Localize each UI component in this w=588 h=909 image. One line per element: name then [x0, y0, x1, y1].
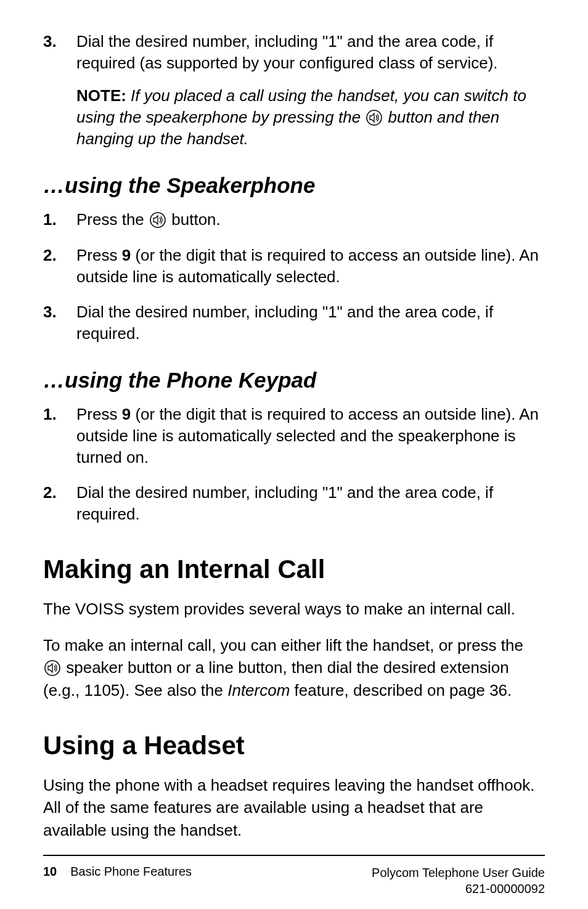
page-content: 3. Dial the desired number, including "1…	[43, 31, 545, 855]
list-number: 3.	[43, 301, 76, 344]
text-c: feature, described on page 36.	[290, 681, 512, 699]
italic-feature: Intercom	[227, 681, 290, 699]
list-number: 1.	[43, 209, 76, 230]
text-a: Press	[76, 405, 122, 423]
text-after: button.	[167, 210, 221, 229]
bold-digit: 9	[122, 246, 131, 264]
text-before: Press the	[76, 210, 149, 229]
internal-paragraph-2: To make an internal call, you can either…	[43, 634, 545, 701]
list-body: Dial the desired number, including "1" a…	[76, 301, 545, 344]
keypad-step-2: 2. Dial the desired number, including "1…	[43, 482, 545, 525]
step-text: Dial the desired number, including "1" a…	[76, 31, 545, 74]
speakerphone-step-1: 1. Press the button.	[43, 209, 545, 230]
note-block: NOTE: If you placed a call using the han…	[76, 85, 545, 150]
step-3: 3. Dial the desired number, including "1…	[43, 31, 545, 150]
speakerphone-step-3: 3. Dial the desired number, including "1…	[43, 301, 545, 344]
speaker-icon	[366, 110, 382, 126]
list-body: Dial the desired number, including "1" a…	[76, 482, 545, 525]
keypad-step-1: 1. Press 9 (or the digit that is require…	[43, 404, 545, 468]
list-number: 1.	[43, 404, 76, 468]
list-body: Press 9 (or the digit that is required t…	[76, 245, 545, 288]
footer-doc-number: 621-00000092	[372, 881, 545, 897]
heading-keypad: …using the Phone Keypad	[43, 368, 545, 393]
list-number: 3.	[43, 31, 76, 150]
heading-internal-call: Making an Internal Call	[43, 555, 545, 584]
note-label: NOTE:	[76, 86, 126, 105]
internal-paragraph-1: The VOISS system provides several ways t…	[43, 598, 545, 620]
text-a: Press	[76, 246, 122, 264]
page-number: 10	[43, 865, 57, 897]
list-body: Press the button.	[76, 209, 545, 230]
footer-section: Basic Phone Features	[70, 865, 192, 897]
list-number: 2.	[43, 482, 76, 525]
text-a: To make an internal call, you can either…	[43, 636, 523, 654]
text-b: (or the digit that is required to access…	[76, 246, 539, 286]
speaker-icon	[150, 212, 166, 228]
bold-digit: 9	[122, 405, 131, 423]
speaker-icon	[44, 659, 60, 675]
text-b: (or the digit that is required to access…	[76, 405, 539, 467]
list-body: Press 9 (or the digit that is required t…	[76, 404, 545, 468]
footer-guide-title: Polycom Telephone User Guide	[372, 865, 545, 881]
list-body: Dial the desired number, including "1" a…	[76, 31, 545, 150]
headset-paragraph: Using the phone with a headset requires …	[43, 774, 545, 841]
speakerphone-step-2: 2. Press 9 (or the digit that is require…	[43, 245, 545, 288]
page-footer: 10 Basic Phone Features Polycom Telephon…	[43, 855, 545, 897]
document-page: 3. Dial the desired number, including "1…	[0, 0, 588, 909]
heading-headset: Using a Headset	[43, 731, 545, 760]
footer-right: Polycom Telephone User Guide 621-0000009…	[372, 865, 545, 897]
heading-speakerphone: …using the Speakerphone	[43, 173, 545, 198]
footer-left: 10 Basic Phone Features	[43, 865, 192, 897]
list-number: 2.	[43, 245, 76, 288]
